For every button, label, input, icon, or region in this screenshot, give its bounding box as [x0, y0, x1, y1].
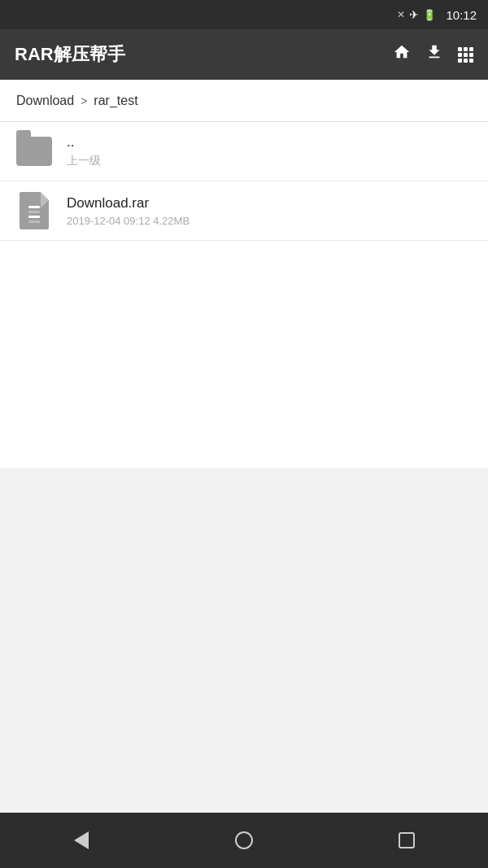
flight-icon: ✈ [409, 8, 419, 21]
file-meta: 2019-12-04 09:12 4.22MB [67, 215, 473, 227]
zip-icon [15, 191, 54, 230]
breadcrumb: Download > rar_test [0, 80, 488, 122]
folder-shape [16, 137, 52, 166]
home-icon[interactable] [393, 43, 411, 66]
no-signal-icon: ✕ [397, 9, 405, 20]
list-item[interactable]: Download.rar 2019-12-04 09:12 4.22MB [0, 181, 488, 241]
file-list: .. 上一级 Download.rar 2019-12-04 09:12 4.2… [0, 122, 488, 468]
recents-button[interactable] [382, 824, 431, 857]
battery-icon: 🔋 [423, 9, 436, 21]
grid-menu-icon[interactable] [458, 47, 473, 63]
zip-lines [28, 206, 40, 223]
app-title: RAR解压帮手 [15, 42, 393, 67]
status-icons: ✕ ✈ 🔋 [397, 8, 436, 21]
file-name: .. [67, 134, 473, 150]
download-icon[interactable] [425, 43, 443, 66]
list-item[interactable]: .. 上一级 [0, 122, 488, 181]
back-button[interactable] [57, 824, 106, 857]
breadcrumb-path1[interactable]: Download [16, 94, 74, 108]
bottom-nav [0, 813, 488, 868]
status-bar: ✕ ✈ 🔋 10:12 [0, 0, 488, 29]
back-icon [74, 831, 89, 849]
zip-line-alt [28, 211, 40, 213]
home-button[interactable] [220, 824, 268, 857]
grid-dots [458, 47, 473, 63]
breadcrumb-separator: > [81, 94, 87, 107]
empty-area [0, 468, 488, 813]
file-name: Download.rar [67, 195, 473, 212]
zip-shape [20, 192, 49, 229]
zip-line-alt [28, 220, 40, 223]
breadcrumb-text: Download > rar_test [16, 94, 138, 108]
recents-square-icon [399, 832, 415, 848]
zip-line [28, 206, 40, 208]
status-time: 10:12 [446, 8, 477, 22]
home-circle-icon [235, 831, 253, 849]
app-bar-actions [393, 43, 473, 66]
breadcrumb-path2: rar_test [94, 94, 137, 108]
app-bar: RAR解压帮手 [0, 29, 488, 80]
parent-label: 上一级 [67, 154, 473, 168]
zip-line [28, 216, 40, 218]
folder-icon [15, 132, 54, 171]
file-info: .. 上一级 [67, 134, 473, 168]
file-info: Download.rar 2019-12-04 09:12 4.22MB [67, 195, 473, 227]
